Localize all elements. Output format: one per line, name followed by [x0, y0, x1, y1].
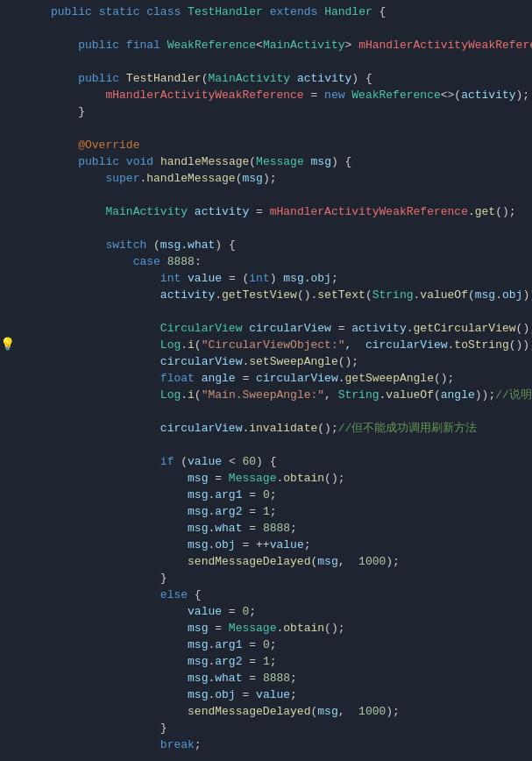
line-content: } [46, 720, 532, 736]
line-content: msg.obj = value; [46, 686, 532, 703]
code-line: 💡 Log.i("CircularViewObject:", circularV… [0, 337, 532, 353]
line-content [46, 403, 532, 420]
line-content [46, 53, 532, 70]
line-content: activity.getTestView().setText(String.va… [46, 287, 532, 303]
indicator: 💡 [0, 337, 14, 353]
line-content: msg = Message.obtain(); [46, 620, 532, 637]
line-content [46, 303, 532, 320]
line-content: circularView.invalidate();//但不能成功调用刷新方法 [46, 420, 532, 437]
code-line [0, 53, 532, 70]
line-content [46, 220, 532, 237]
code-line: else { [0, 587, 532, 603]
code-line: public void handleMessage(Message msg) { [0, 153, 532, 170]
code-line: MainActivity activity = mHandlerActivity… [0, 203, 532, 220]
line-content: msg.arg2 = 1; [46, 503, 532, 520]
line-content: @Override [46, 137, 532, 153]
code-line: } [0, 570, 532, 587]
line-content: sendMessageDelayed(msg, 1000); [46, 703, 532, 720]
code-line: msg.what = 8888; [0, 520, 532, 537]
line-content: } [46, 570, 532, 587]
line-content: msg.arg2 = 1; [46, 653, 532, 670]
line-content: switch (msg.what) { [46, 237, 532, 253]
code-line: circularView.invalidate();//但不能成功调用刷新方法 [0, 420, 532, 437]
line-content: Log.i("Main.SweepAngle:", String.valueOf… [46, 387, 532, 403]
line-content: CircularView circularView = activity.get… [46, 320, 532, 337]
code-line: sendMessageDelayed(msg, 1000); [0, 703, 532, 720]
line-content: msg.what = 8888; [46, 670, 532, 686]
line-content: sendMessageDelayed(msg, 1000); [46, 553, 532, 570]
bulb-icon: 💡 [0, 337, 15, 353]
line-content: circularView.setSweepAngle(); [46, 353, 532, 370]
line-content: case 8888: [46, 253, 532, 270]
code-line: msg = Message.obtain(); [0, 470, 532, 487]
line-content: public void handleMessage(Message msg) { [46, 153, 532, 170]
line-content: else { [46, 587, 532, 603]
code-line: } [0, 103, 532, 120]
code-line [0, 403, 532, 420]
code-line: msg.arg2 = 1; [0, 503, 532, 520]
code-line: activity.getTestView().setText(String.va… [0, 287, 532, 303]
line-content [46, 120, 532, 137]
code-line: public final WeakReference<MainActivity>… [0, 37, 532, 53]
code-line: msg.obj = value; [0, 686, 532, 703]
line-content: msg.obj = ++value; [46, 537, 532, 553]
line-content: Log.i("CircularViewObject:", circularVie… [46, 337, 532, 353]
code-line [0, 20, 532, 37]
code-line: public TestHandler(MainActivity activity… [0, 70, 532, 87]
line-content: if (value < 60) { [46, 453, 532, 470]
code-line: msg.obj = ++value; [0, 537, 532, 553]
code-line: mHandlerActivityWeakReference = new Weak… [0, 87, 532, 103]
code-line: super.handleMessage(msg); [0, 170, 532, 187]
code-line: } [0, 720, 532, 736]
code-line [0, 437, 532, 453]
code-line: CircularView circularView = activity.get… [0, 320, 532, 337]
code-line: float angle = circularView.getSweepAngle… [0, 370, 532, 387]
line-content: public final WeakReference<MainActivity>… [46, 37, 532, 53]
code-line: value = 0; [0, 603, 532, 620]
line-content [46, 20, 532, 37]
line-content [46, 437, 532, 453]
code-line: switch (msg.what) { [0, 237, 532, 253]
code-editor: public static class TestHandler extends … [0, 0, 532, 761]
code-line: msg.arg1 = 0; [0, 487, 532, 503]
code-line: @Override [0, 137, 532, 153]
line-content: public static class TestHandler extends … [46, 4, 532, 20]
code-area: public static class TestHandler extends … [0, 0, 532, 761]
line-content: super.handleMessage(msg); [46, 170, 532, 187]
code-line: case 8888: [0, 253, 532, 270]
code-line [0, 187, 532, 203]
code-line: if (value < 60) { [0, 453, 532, 470]
line-content: public TestHandler(MainActivity activity… [46, 70, 532, 87]
line-content [46, 187, 532, 203]
code-line: Log.i("Main.SweepAngle:", String.valueOf… [0, 387, 532, 403]
line-content: } [46, 103, 532, 120]
line-content: msg.what = 8888; [46, 520, 532, 537]
line-content: MainActivity activity = mHandlerActivity… [46, 203, 532, 220]
code-line: circularView.setSweepAngle(); [0, 353, 532, 370]
code-line: int value = (int) msg.obj; [0, 270, 532, 287]
code-line: sendMessageDelayed(msg, 1000); [0, 553, 532, 570]
line-content: msg.arg1 = 0; [46, 487, 532, 503]
line-content: msg.arg1 = 0; [46, 637, 532, 653]
code-line: msg.arg2 = 1; [0, 653, 532, 670]
code-line: public static class TestHandler extends … [0, 4, 532, 20]
line-content: mHandlerActivityWeakReference = new Weak… [46, 87, 532, 103]
code-line: break; [0, 736, 532, 753]
code-line: msg.arg1 = 0; [0, 637, 532, 653]
line-content: float angle = circularView.getSweepAngle… [46, 370, 532, 387]
code-line [0, 220, 532, 237]
line-content: int value = (int) msg.obj; [46, 270, 532, 287]
code-line [0, 303, 532, 320]
line-content: msg = Message.obtain(); [46, 470, 532, 487]
code-line: msg.what = 8888; [0, 670, 532, 686]
line-content: break; [46, 736, 532, 753]
code-line: msg = Message.obtain(); [0, 620, 532, 637]
line-content: value = 0; [46, 603, 532, 620]
code-line [0, 120, 532, 137]
